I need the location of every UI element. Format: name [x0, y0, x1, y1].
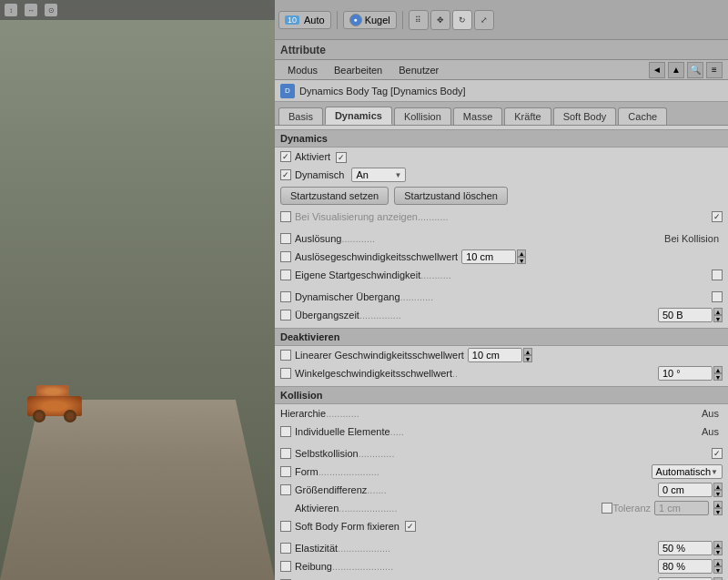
eigene-label[interactable]: Eigene Startgeschwindigkeit	[280, 270, 420, 280]
groessendiff-field[interactable]: 0 cm ▲ ▼	[658, 483, 723, 497]
softbody-label[interactable]: Soft Body Form fixieren	[280, 521, 399, 532]
winkel-checkbox[interactable]	[280, 368, 291, 379]
reibung-value[interactable]: 80 %	[658, 559, 713, 574]
ausloesung-label[interactable]: Auslösung	[280, 233, 341, 244]
tab-cache[interactable]: Cache	[618, 107, 667, 125]
linearer-down[interactable]: ▼	[523, 355, 532, 362]
grid-icon[interactable]: ⠿	[409, 10, 429, 30]
btn-start-setzen[interactable]: Startzustand setzen	[280, 187, 389, 205]
linearer-up[interactable]: ▲	[523, 348, 532, 355]
linearer-field[interactable]: 10 cm ▲ ▼	[468, 348, 532, 362]
eigene-value[interactable]	[712, 270, 723, 280]
elastizitaet-value[interactable]: 50 %	[658, 541, 713, 555]
ausloesegeschw-checkbox[interactable]	[280, 251, 291, 262]
winkel-down[interactable]: ▼	[713, 373, 723, 381]
uebergangszeit-value[interactable]: 50 B	[658, 308, 713, 322]
bei-viz-label[interactable]: Bei Visualisierung anzeigen	[280, 211, 418, 222]
reibung-label[interactable]: Reibung	[280, 561, 332, 572]
groessendiff-down[interactable]: ▼	[713, 490, 723, 497]
groessendiff-stepper[interactable]: ▲ ▼	[713, 483, 723, 497]
tab-soft-body[interactable]: Soft Body	[553, 107, 617, 125]
scale-icon[interactable]: ⤢	[474, 10, 494, 30]
elastizitaet-up[interactable]: ▲	[713, 541, 723, 548]
reibung-checkbox[interactable]	[280, 561, 291, 572]
winkel-field[interactable]: 10 ° ▲ ▼	[658, 366, 723, 381]
aktiviert-label[interactable]: Aktiviert	[280, 151, 330, 162]
dynamisch-field[interactable]: An ▼	[351, 168, 406, 182]
uebergangszeit-field[interactable]: 50 B ▲ ▼	[658, 308, 723, 322]
ausloesegeschw-field[interactable]: 10 cm ▲ ▼	[461, 249, 526, 264]
ausloesegeschw-value[interactable]: 10 cm	[461, 249, 516, 264]
tab-masse[interactable]: Masse	[453, 107, 502, 125]
reibung-stepper[interactable]: ▲ ▼	[713, 559, 723, 574]
aktiviert-checkbox[interactable]	[280, 151, 291, 162]
reibung-text: Reibung	[295, 561, 332, 572]
ausloesegeschw-stepper[interactable]: ▲ ▼	[517, 249, 526, 264]
winkel-value[interactable]: 10 °	[658, 366, 713, 381]
elastizitaet-down[interactable]: ▼	[713, 548, 723, 555]
ausloesegeschw-down[interactable]: ▼	[517, 257, 526, 264]
aktivieren-checkbox[interactable]	[602, 503, 612, 514]
elastizitaet-stepper[interactable]: ▲ ▼	[713, 541, 723, 555]
elastizitaet-field[interactable]: 50 % ▲ ▼	[658, 541, 723, 555]
tab-kraefte[interactable]: Kräfte	[504, 107, 551, 125]
aktiviert-value-checkbox[interactable]	[336, 152, 347, 163]
reibung-up[interactable]: ▲	[713, 559, 723, 566]
menu-modus[interactable]: Modus	[280, 63, 325, 77]
linearer-value[interactable]: 10 cm	[468, 348, 522, 362]
dynamisch-label[interactable]: Dynamisch	[280, 169, 344, 180]
bei-viz-checkbox[interactable]	[280, 211, 291, 222]
ausloesegeschw-up[interactable]: ▲	[517, 249, 526, 257]
kugel-item[interactable]: ● Kugel	[343, 11, 397, 29]
winkel-stepper[interactable]: ▲ ▼	[713, 366, 723, 381]
dynamisch-checkbox[interactable]	[280, 169, 291, 180]
dyn-uebergang-value[interactable]	[712, 291, 723, 302]
uebergangszeit-up[interactable]: ▲	[713, 308, 723, 315]
tab-basis[interactable]: Basis	[278, 107, 323, 125]
uebergangszeit-stepper[interactable]: ▲ ▼	[713, 308, 723, 322]
uebergangszeit-checkbox[interactable]	[280, 310, 291, 321]
form-checkbox[interactable]	[280, 466, 291, 477]
menu-bearbeiten[interactable]: Bearbeiten	[327, 63, 389, 77]
elastizitaet-checkbox[interactable]	[280, 543, 291, 554]
auto-item[interactable]: 10 Auto	[278, 11, 331, 29]
ausloesung-checkbox[interactable]	[280, 233, 291, 244]
linearer-stepper[interactable]: ▲ ▼	[523, 348, 532, 362]
nav-back[interactable]: ◄	[649, 62, 665, 78]
groessendiff-value[interactable]: 0 cm	[658, 483, 713, 497]
dyn-uebergang-label[interactable]: Dynamischer Übergang	[280, 291, 400, 302]
selbstkollision-label[interactable]: Selbstkollision	[280, 448, 359, 459]
nav-more[interactable]: ≡	[706, 62, 723, 78]
nav-search[interactable]: 🔍	[687, 62, 703, 78]
btn-start-loeschen[interactable]: Startzustand löschen	[394, 187, 508, 205]
bei-viz-text: Bei Visualisierung anzeigen	[295, 211, 418, 222]
selbstkollision-checkbox[interactable]	[280, 448, 291, 459]
individuelle-label[interactable]: Individuelle Elemente	[280, 426, 390, 437]
reibung-field[interactable]: 80 % ▲ ▼	[658, 559, 723, 574]
uebergangszeit-down[interactable]: ▼	[713, 315, 723, 322]
tab-kollision[interactable]: Kollision	[394, 107, 451, 125]
rotate-icon[interactable]: ↻	[452, 10, 472, 30]
nav-up[interactable]: ▲	[668, 62, 684, 78]
menu-benutzer[interactable]: Benutzer	[391, 63, 446, 77]
softbody-checkbox[interactable]	[280, 521, 291, 532]
selbstkollision-value[interactable]	[712, 448, 723, 459]
dyn-uebergang-checkbox[interactable]	[280, 291, 291, 302]
move-icon[interactable]: ✥	[430, 10, 450, 30]
aktiviert-text: Aktiviert	[295, 151, 330, 162]
tab-dynamics[interactable]: Dynamics	[325, 107, 392, 125]
individuelle-checkbox[interactable]	[280, 426, 291, 437]
dynamisch-select[interactable]: An ▼	[351, 168, 406, 182]
form-select[interactable]: Automatisch ▼	[652, 464, 723, 479]
reibung-down[interactable]: ▼	[713, 566, 723, 574]
linearer-checkbox[interactable]	[280, 350, 291, 361]
hierarchie-row: Hierarchie ............ Aus	[275, 404, 728, 422]
groessendiff-up[interactable]: ▲	[713, 483, 723, 490]
bei-viz-value[interactable]	[712, 211, 723, 222]
eigene-checkbox[interactable]	[280, 270, 291, 280]
softbody-value[interactable]	[405, 521, 416, 532]
winkel-up[interactable]: ▲	[713, 366, 723, 373]
elastizitaet-label[interactable]: Elastizität	[280, 543, 338, 554]
selbstkollision-row: Selbstkollision .............	[275, 444, 728, 463]
groessendiff-checkbox[interactable]	[280, 484, 291, 495]
